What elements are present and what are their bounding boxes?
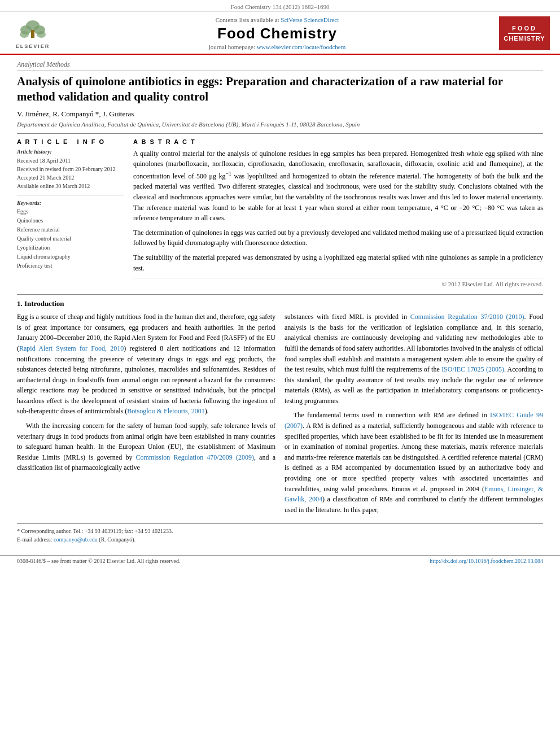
commission-reg-37-link[interactable]: Commission Regulation 37/2010 (2010) [410, 313, 524, 321]
journal-citation: Food Chemistry 134 (2012) 1682–1690 [231, 3, 330, 10]
intro-para-2: With the increasing concern for the safe… [17, 421, 275, 473]
abstract-text: A quality control material for the analy… [133, 148, 543, 274]
article-info-heading: A R T I C L E I N F O [17, 138, 124, 145]
keyword-qc-material: Quality control material [17, 234, 124, 243]
elsevier-tree-svg [16, 20, 50, 41]
footnote-email-name: (R. Companyó). [99, 536, 135, 543]
intro-right-para-1: substances with fixed MRL is provided in… [285, 312, 543, 406]
received-date: Received 18 April 2011 [17, 156, 124, 165]
revised-date: Received in revised form 20 February 201… [17, 165, 124, 173]
article-title: Analysis of quinolone antibiotics in egg… [17, 74, 543, 105]
elsevier-text: ELSEVIER [16, 43, 50, 49]
doi-link[interactable]: http://dx.doi.org/10.1016/j.foodchem.201… [430, 558, 543, 564]
affiliation: Departament de Química Analítica, Facult… [17, 121, 543, 128]
available-date: Available online 30 March 2012 [17, 182, 124, 190]
fc-food-text: FOOD [512, 25, 537, 32]
article-history-label: Article history: [17, 148, 124, 155]
left-column: A R T I C L E I N F O Article history: R… [17, 138, 124, 288]
journal-homepage: journal homepage: www.elsevier.com/locat… [55, 43, 499, 50]
intro-right-col: substances with fixed MRL is provided in… [285, 312, 543, 519]
right-column: A B S T R A C T A quality control materi… [133, 138, 543, 288]
sciverse-prefix: Contents lists available at [216, 16, 279, 23]
elsevier-tree-logo [13, 18, 53, 43]
journal-title: Food Chemistry [55, 25, 499, 42]
sciverse-link[interactable]: SciVerse ScienceDirect [281, 16, 339, 23]
fc-chemistry-text: CHEMISTRY [504, 35, 545, 42]
issn-text: 0308-8146/$ – see front matter © 2012 El… [17, 558, 180, 564]
article-body-columns: A R T I C L E I N F O Article history: R… [17, 133, 543, 288]
homepage-label: journal homepage: [209, 43, 255, 50]
intro-para-1: Egg is a source of cheap and highly nutr… [17, 312, 275, 417]
commission-reg-470-link[interactable]: Commission Regulation 470/2009 (2009) [136, 453, 254, 461]
main-content: Analytical Methods Analysis of quinolone… [0, 55, 560, 549]
iso-guide-99-link[interactable]: ISO/IEC Guide 99 (2007) [285, 411, 543, 430]
svg-point-5 [37, 31, 46, 38]
abstract-para-3: The suitability of the material prepared… [133, 252, 543, 273]
intro-two-col: Egg is a source of cheap and highly nutr… [17, 312, 543, 519]
elsevier-logo: ELSEVIER [10, 18, 55, 49]
keyword-ref-material: Reference material [17, 225, 124, 234]
keyword-liquid-chrom: Liquid chromatography [17, 252, 124, 261]
keywords-label: Keywords: [17, 200, 124, 206]
intro-heading: 1. Introduction [17, 299, 543, 308]
keywords-section: Keywords: Eggs Quinolones Reference mate… [17, 200, 124, 273]
emons-link[interactable]: Emons, Linsinger, & Gawlik, 2004 [285, 485, 543, 504]
abstract-heading: A B S T R A C T [133, 138, 543, 145]
homepage-url[interactable]: www.elsevier.com/locate/foodchem [257, 43, 346, 50]
sciverse-line: Contents lists available at SciVerse Sci… [55, 16, 499, 23]
footnote-email-label: E-mail address: [17, 536, 52, 543]
footnote-section: * Corresponding author. Tel.: +34 93 403… [17, 523, 543, 544]
keyword-proficiency: Proficiency test [17, 261, 124, 270]
footnote-corresponding: * Corresponding author. Tel.: +34 93 403… [17, 527, 543, 535]
copyright-line: © 2012 Elsevier Ltd. All rights reserved… [133, 278, 543, 287]
botsoglou-link[interactable]: Botsoglou & Fletouris, 2001 [127, 407, 204, 415]
accepted-date: Accepted 21 March 2012 [17, 173, 124, 182]
introduction-section: 1. Introduction Egg is a source of cheap… [17, 294, 543, 519]
journal-header-center: Contents lists available at SciVerse Sci… [55, 16, 499, 50]
footnote-email-line: E-mail address: companyo@ub.edu (R. Comp… [17, 535, 543, 544]
keyword-quinolones: Quinolones [17, 216, 124, 225]
intro-right-para-2: The fundamental terms used in connection… [285, 410, 543, 515]
doi-text: http://dx.doi.org/10.1016/j.foodchem.201… [430, 558, 543, 564]
abstract-para-1: A quality control material for the analy… [133, 148, 543, 224]
rasff-link[interactable]: Rapid Alert System for Food, 2010 [19, 344, 124, 352]
bottom-bar: 0308-8146/$ – see front matter © 2012 El… [0, 555, 560, 566]
keyword-eggs: Eggs [17, 207, 124, 216]
svg-point-4 [20, 31, 29, 38]
food-chemistry-logo-box: FOOD CHEMISTRY [499, 16, 550, 50]
iso-iec-17025-link[interactable]: ISO/IEC 17025 (2005) [441, 365, 504, 373]
food-chemistry-logo-area: FOOD CHEMISTRY [499, 16, 550, 50]
section-label: Analytical Methods [17, 60, 543, 71]
svg-rect-3 [31, 30, 34, 38]
authors-line: V. Jiménez, R. Companyó *, J. Guiteras [17, 110, 543, 119]
page: Food Chemistry 134 (2012) 1682–1690 ELSE… [0, 0, 560, 747]
article-info-section: Article history: Received 18 April 2011 … [17, 148, 124, 195]
fc-bar [508, 33, 540, 34]
intro-left-col: Egg is a source of cheap and highly nutr… [17, 312, 275, 519]
journal-header: ELSEVIER Contents lists available at Sci… [0, 12, 560, 55]
keyword-lyophilization: Lyophilization [17, 243, 124, 252]
top-citation-bar: Food Chemistry 134 (2012) 1682–1690 [0, 0, 560, 12]
authors-text: V. Jiménez, R. Companyó *, J. Guiteras [17, 110, 134, 118]
footnote-email-link[interactable]: companyo@ub.edu [54, 536, 98, 543]
abstract-para-2: The determination of quinolones in eggs … [133, 228, 543, 248]
